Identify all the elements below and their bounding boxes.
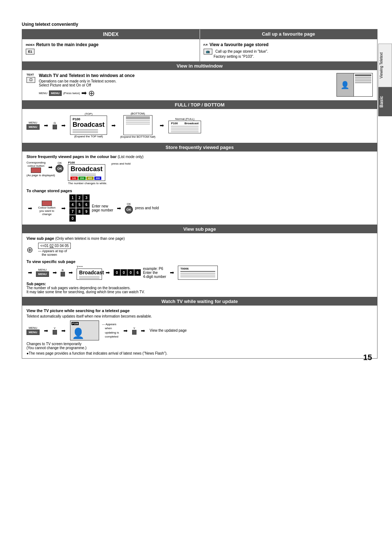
subpage-display: <<01 02 03 04 05 xyxy=(38,243,71,249)
menu-label-spec: MENU xyxy=(38,268,47,271)
ok-change-btn[interactable]: OK xyxy=(125,206,133,214)
arrow-change1: ➡ xyxy=(61,205,66,211)
digit-0c[interactable]: 0 xyxy=(127,269,134,276)
key-2[interactable]: 2 xyxy=(76,194,83,201)
broadcast-store: Broadcast xyxy=(70,165,102,173)
arrow-watch1: ➡ xyxy=(44,328,48,334)
broadcast-box-bottom xyxy=(123,115,152,135)
ok-change-label: OK xyxy=(127,202,131,206)
p100-full: P100 xyxy=(171,122,178,125)
press-hold2-label: press and hold xyxy=(135,206,159,210)
colour-btn[interactable] xyxy=(31,167,41,173)
side-tab-bottom: Basic xyxy=(378,87,392,116)
key-4[interactable]: 4 xyxy=(69,201,76,208)
tv-picture-container: P108 👤 xyxy=(70,320,99,340)
sub-text2: It may take some time for searching, dur… xyxy=(26,290,145,294)
multiwindow-bullet1: Operations can be made only in Teletext … xyxy=(39,79,333,83)
arrow1-ftb: ➡ xyxy=(44,122,48,128)
index-content-row: INDEX Return to the main index page E1 F… xyxy=(22,39,377,62)
number-changes: The number changes to white. xyxy=(68,182,107,185)
menu-btn-mw[interactable]: MENU xyxy=(49,90,62,96)
arrow-change2: ➡ xyxy=(117,205,121,211)
p108-badge: P108 xyxy=(71,322,79,326)
key-6[interactable]: 6 xyxy=(83,201,90,208)
tv-picture: P108 👤 xyxy=(70,320,99,340)
digit-0a[interactable]: 0 xyxy=(114,269,120,276)
colour-button-label: colour button xyxy=(28,164,44,167)
key-3[interactable]: 3 xyxy=(83,194,90,201)
appears-box: — Appears when updating is completed xyxy=(102,322,119,339)
sub-page-content-row: View sub page (Only when teletext is mor… xyxy=(22,233,377,297)
colour-bar: 101 200 400 888 xyxy=(70,177,102,180)
tv-two-panel: 👤 xyxy=(336,73,373,97)
store-pages-title: Store frequently viewed pages in the col… xyxy=(26,154,117,159)
sub-page-title: View sub page xyxy=(26,236,54,241)
view-favourite-text: View a favourite page stored xyxy=(209,42,269,47)
arrow-watch3: ➡ xyxy=(123,328,128,334)
arrow-spec2: ➡ xyxy=(69,270,73,275)
broadcast-box-store: Broadcast 101 200 400 888 xyxy=(68,164,105,181)
key-9[interactable]: 9 xyxy=(83,208,90,215)
key-0[interactable]: 0 xyxy=(69,215,76,222)
key-5[interactable]: 5 xyxy=(76,201,83,208)
full-top-bottom-content: MENU MENU ➡ G ➡ (TOP) P100 xyxy=(22,109,377,143)
key-8[interactable]: 8 xyxy=(76,208,83,215)
normal-label: Normal (FULL) xyxy=(175,117,195,121)
arrow4-ftb: ➡ xyxy=(160,122,164,128)
digit-6[interactable]: 6 xyxy=(134,269,141,276)
arrow-change0: ➡ xyxy=(28,205,32,211)
p100-store: P100 xyxy=(68,161,75,164)
index-header-row: INDEX Call up a favourite page xyxy=(22,29,377,39)
menu-label-ftb: MENU xyxy=(29,121,37,124)
broadcast-spec: Broadcast xyxy=(79,270,104,275)
digit-keys: 0 0 0 6 xyxy=(114,269,141,276)
e1-icon: E1 xyxy=(26,49,34,54)
digit-0b[interactable]: 0 xyxy=(121,269,127,276)
index-left-content: INDEX Return to the main index page E1 xyxy=(22,39,200,61)
example-label: example: P6 xyxy=(143,267,166,271)
changes-text: Changes to TV screen temporarily xyxy=(26,342,82,346)
g-btn[interactable] xyxy=(53,125,57,129)
watch-tv-subtitle: Teletext automatically updates itself wh… xyxy=(26,314,373,318)
corresponding-label: Corresponding xyxy=(26,161,45,164)
appears-text: — Appears at top ofthe screen xyxy=(38,249,67,257)
multiwindow-content: TEXT ☐ Watch TV and Teletext in two wind… xyxy=(22,70,377,100)
broadcast-lines-top xyxy=(73,129,105,133)
menu-label-mw: MENU xyxy=(39,92,48,95)
sub-bullet: Sub pages: xyxy=(26,282,46,286)
full-top-bottom-content-row: MENU MENU ➡ G ➡ (TOP) P100 xyxy=(22,109,377,143)
colour-101: 101 xyxy=(70,177,78,180)
sub-bullets: Sub pages: The number of sub pages varie… xyxy=(26,282,373,294)
broadcast-full: Broadcast xyxy=(184,122,199,125)
full-top-bottom-header: FULL / TOP / BOTTOM xyxy=(22,101,377,109)
menu-btn-ftb[interactable]: MENU xyxy=(26,124,40,130)
as-displayed: (As page is displayed) xyxy=(26,174,64,177)
b-btn[interactable] xyxy=(61,272,65,276)
number-grid: 1 2 3 4 5 6 7 8 xyxy=(69,194,90,222)
arrow-watch2: ➡ xyxy=(61,328,66,334)
key-1[interactable]: 1 xyxy=(69,194,76,201)
specific-title: To view specific sub page xyxy=(26,259,373,264)
sub-page-subtitle: (Only when teletext is more than one pag… xyxy=(55,237,124,241)
main-box: INDEX Call up a favourite page INDEX Ret… xyxy=(22,29,377,359)
ok-label: OK xyxy=(58,161,62,165)
ok-btn[interactable]: OK xyxy=(56,165,64,173)
key-7[interactable]: 7 xyxy=(69,208,76,215)
watch-tv-title: View the TV picture while searching for … xyxy=(26,308,130,313)
news-text: ●The news page provides a function that … xyxy=(26,351,373,355)
y-btn[interactable] xyxy=(53,330,57,335)
side-tab-top: Viewing Teletext xyxy=(378,44,392,87)
text-label: TEXT xyxy=(26,73,35,76)
store-pages-subtitle: (List mode only) xyxy=(118,155,143,159)
watch-tv-header: Watch TV while waiting for update xyxy=(22,297,377,306)
broadcast-box-top: P100 Broadcast xyxy=(70,116,107,135)
menu-btn-watch[interactable]: MENU xyxy=(26,330,40,335)
colour-btn-change[interactable] xyxy=(42,201,52,206)
expand-top-label: (Expand the TOP half) xyxy=(74,135,103,138)
bottom-label: (BOTTOM) xyxy=(131,112,145,115)
arrow-spec4: ➡ xyxy=(170,270,174,275)
store-pages-content: Store frequently viewed pages in the col… xyxy=(22,152,377,225)
y-btn2[interactable] xyxy=(132,330,136,335)
menu-btn-spec[interactable]: MENU xyxy=(36,271,49,277)
fp-icon: 📺 xyxy=(204,49,212,54)
